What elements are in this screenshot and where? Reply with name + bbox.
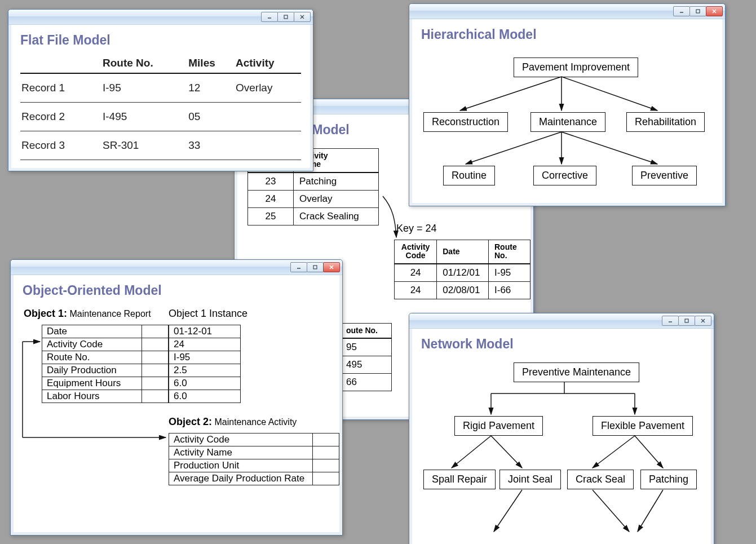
relational-table-3: oute No. 95 495 66 — [340, 323, 392, 391]
svg-rect-26 — [685, 319, 688, 322]
flat-file-window: Flat File Model Route No. Miles Activity… — [8, 9, 313, 171]
table-row: Record 1I-9512Overlay — [20, 73, 301, 103]
maximize-button[interactable] — [307, 262, 324, 272]
svg-rect-5 — [284, 15, 288, 19]
svg-line-39 — [638, 490, 663, 532]
svg-line-36 — [635, 436, 663, 468]
tree-node: Maintenance — [530, 112, 605, 132]
tree-node: Corrective — [533, 166, 596, 185]
object1-header: Object 1: Maintenance Report — [24, 308, 151, 320]
network-title: Network Model — [421, 337, 702, 352]
minimize-button[interactable] — [261, 12, 278, 22]
minimize-button[interactable] — [662, 316, 679, 326]
oo-title: Object-Oriented Model — [23, 283, 330, 298]
tree-node: Pavement Improvement — [514, 58, 638, 77]
table-row: Record 2I-49505 — [20, 103, 301, 131]
svg-rect-9 — [696, 10, 700, 13]
maximize-button[interactable] — [277, 12, 294, 22]
svg-line-14 — [562, 77, 657, 110]
svg-line-12 — [460, 77, 562, 110]
svg-line-33 — [452, 436, 491, 468]
object2-fields: Activity Code Activity Name Production U… — [169, 433, 339, 485]
svg-line-15 — [466, 132, 562, 164]
svg-line-35 — [593, 436, 635, 468]
hierarchical-window: Hierarchical Model Pavement Improvement … — [409, 3, 726, 206]
tree-node: Preventive — [632, 166, 697, 185]
key-label: Key = 24 — [396, 223, 437, 235]
svg-line-38 — [593, 490, 629, 532]
object2-header: Object 2: Maintenance Activity — [169, 416, 297, 428]
flat-file-title: Flat File Model — [20, 33, 301, 48]
tree-node: Joint Seal — [499, 470, 561, 489]
titlebar — [11, 260, 342, 275]
hierarchical-title: Hierarchical Model — [421, 27, 713, 42]
tree-node: Spall Repair — [423, 470, 496, 489]
flat-file-table: Route No. Miles Activity Record 1I-9512O… — [20, 55, 301, 160]
tree-node: Reconstruction — [423, 112, 508, 132]
table-row: Record 3SR-30133 — [20, 131, 301, 160]
tree-node: Routine — [443, 166, 495, 185]
object1-instance-header: Object 1 Instance — [169, 308, 247, 320]
titlebar — [8, 10, 313, 25]
oo-window: Object-Oriented Model Object 1: Maintena… — [10, 259, 343, 536]
tree-node: Patching — [640, 470, 697, 489]
minimize-button[interactable] — [290, 262, 307, 272]
tree-node: Crack Seal — [567, 470, 634, 489]
maximize-button[interactable] — [689, 6, 706, 16]
titlebar — [409, 313, 714, 329]
relational-table-2: Activity CodeDateRoute No. 2401/12/01I-9… — [394, 240, 530, 299]
close-button[interactable] — [294, 12, 311, 22]
network-arrows — [412, 329, 717, 544]
tree-node: Rehabilitation — [626, 112, 705, 132]
titlebar — [409, 4, 725, 19]
network-window: Network Model Preventive Maintenance Rig… — [409, 313, 714, 544]
object1-instance: 01-12-01 24 I-95 2.5 6.0 6.0 — [169, 325, 241, 403]
close-button[interactable] — [706, 6, 723, 16]
svg-line-37 — [494, 490, 522, 532]
maximize-button[interactable] — [678, 316, 695, 326]
svg-line-17 — [562, 132, 657, 164]
close-button[interactable] — [323, 262, 340, 272]
tree-node: Flexible Pavement — [593, 416, 693, 436]
object1-fields: Date Activity Code Route No. Daily Produ… — [42, 325, 169, 403]
minimize-button[interactable] — [673, 6, 690, 16]
svg-rect-19 — [313, 266, 317, 269]
close-button[interactable] — [695, 316, 711, 326]
tree-node: Rigid Pavement — [454, 416, 543, 436]
svg-line-34 — [491, 436, 522, 468]
tree-node: Preventive Maintenance — [514, 362, 639, 382]
